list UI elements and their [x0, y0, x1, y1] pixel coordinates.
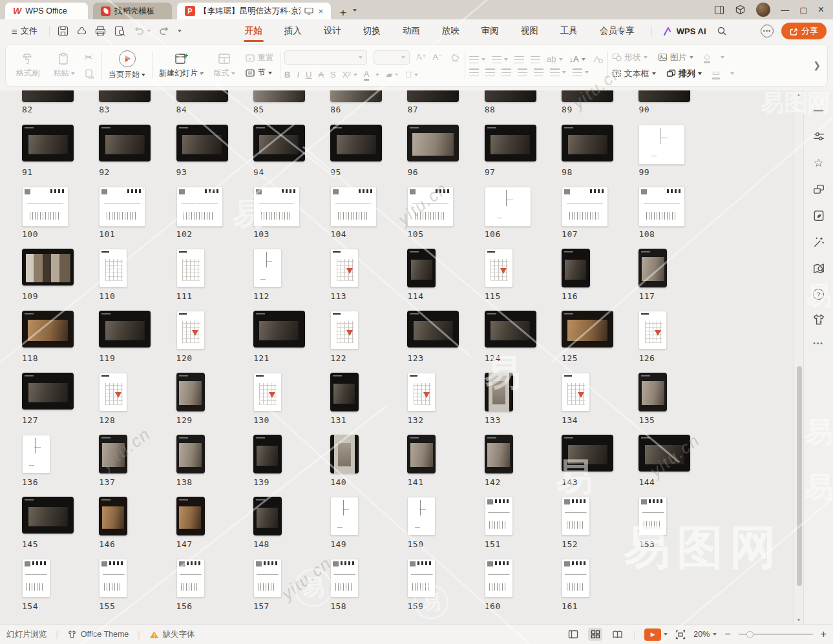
- redo-icon[interactable]: [159, 26, 169, 36]
- clear-format-icon[interactable]: [449, 53, 461, 62]
- slide-thumbnail-150[interactable]: [407, 497, 436, 535]
- close-window-icon[interactable]: ×: [818, 4, 824, 16]
- slide-thumbnail-123[interactable]: [407, 311, 459, 348]
- slide-thumbnail-110[interactable]: [99, 249, 127, 287]
- fill-color-button[interactable]: ◇: [704, 52, 710, 63]
- help-icon[interactable]: ?: [813, 289, 824, 300]
- slide-thumbnail-115[interactable]: [485, 249, 513, 287]
- underline-button[interactable]: U: [306, 70, 311, 79]
- char-border-button[interactable]: A: [318, 70, 324, 79]
- slide-thumbnail-106[interactable]: [485, 187, 531, 227]
- format-painter-button[interactable]: 格式刷: [12, 52, 43, 79]
- slide-layout-button[interactable]: 版式: [209, 52, 240, 79]
- slide-thumbnail-116[interactable]: [562, 249, 590, 287]
- decrease-indent-icon[interactable]: [514, 56, 524, 63]
- font-color-button[interactable]: A: [364, 69, 370, 81]
- properties-sliders-icon[interactable]: [812, 130, 825, 143]
- fit-screen-icon[interactable]: [675, 630, 686, 639]
- zoom-level-control[interactable]: 20%: [693, 630, 717, 639]
- skin-shirt-icon[interactable]: [812, 313, 825, 326]
- slide-thumbnail-128[interactable]: [99, 373, 127, 411]
- close-tab-icon[interactable]: ×: [318, 6, 323, 16]
- slide-thumbnail-122[interactable]: [330, 311, 359, 349]
- slide-thumbnail-151[interactable]: [485, 497, 513, 535]
- slide-thumbnail-98[interactable]: [562, 125, 613, 161]
- vertical-scrollbar[interactable]: ▲ ▼: [794, 90, 803, 624]
- slide-thumbnail-131[interactable]: [330, 373, 359, 411]
- align-center-icon[interactable]: [485, 68, 495, 76]
- decrease-font-button[interactable]: A⁻: [433, 52, 443, 62]
- insert-picture-button[interactable]: 图片: [658, 52, 693, 63]
- zoom-slider[interactable]: [739, 634, 813, 635]
- feedback-icon[interactable]: •••: [761, 25, 774, 37]
- slide-thumbnail-120[interactable]: [176, 311, 205, 349]
- slide-sorter-canvas[interactable]: 8283848586878889909192939495969798991001…: [0, 90, 803, 624]
- slide-thumbnail-90[interactable]: [638, 90, 690, 102]
- slide-thumbnail-142[interactable]: [485, 435, 513, 473]
- numbered-list-button[interactable]: [492, 56, 508, 63]
- pinyin-guide-button[interactable]: 文̄: [405, 70, 418, 79]
- more-tools-icon[interactable]: •••: [813, 340, 824, 347]
- slide-thumbnail-147[interactable]: [176, 497, 205, 535]
- slide-thumbnail-133[interactable]: [485, 373, 513, 411]
- slide-thumbnail-104[interactable]: [330, 187, 377, 227]
- undo-button[interactable]: [134, 26, 151, 36]
- slide-thumbnail-103[interactable]: [253, 187, 300, 227]
- slide-thumbnail-113[interactable]: [330, 249, 359, 287]
- tab-wps-office[interactable]: W WPS Office: [5, 3, 88, 19]
- slide-thumbnail-161[interactable]: [562, 559, 590, 597]
- superscript-button[interactable]: X²: [343, 70, 357, 79]
- slide-thumbnail-136[interactable]: [22, 435, 50, 473]
- slide-thumbnail-138[interactable]: [176, 435, 205, 473]
- line-spacing-button[interactable]: [550, 68, 566, 76]
- favorites-star-icon[interactable]: ☆: [812, 156, 825, 169]
- paragraph-spacing-button[interactable]: [573, 68, 589, 76]
- bullet-list-button[interactable]: [469, 56, 485, 63]
- slide-thumbnail-119[interactable]: [99, 311, 151, 348]
- slide-thumbnail-96[interactable]: [407, 125, 459, 161]
- slide-thumbnail-158[interactable]: [330, 559, 359, 597]
- distribute-icon[interactable]: [534, 68, 543, 76]
- docer-resources-icon[interactable]: [812, 209, 825, 222]
- missing-fonts-button[interactable]: 缺失字体: [149, 629, 195, 640]
- slide-thumbnail-134[interactable]: [562, 373, 590, 411]
- collapse-sidebar-icon[interactable]: —: [812, 103, 825, 116]
- minimize-window-icon[interactable]: —: [781, 5, 789, 15]
- tab-document[interactable]: P 【李玮琚】昆明信达万科·京江 ×: [177, 3, 331, 19]
- slide-thumbnail-97[interactable]: [485, 125, 536, 161]
- menu-tab-tools[interactable]: 工具: [559, 21, 579, 41]
- align-left-icon[interactable]: [469, 68, 479, 76]
- qat-more-dropdown-icon[interactable]: [178, 30, 182, 32]
- paste-button[interactable]: 粘贴: [48, 52, 79, 79]
- slide-thumbnail-126[interactable]: [638, 311, 667, 349]
- menu-tab-home[interactable]: 开始: [244, 21, 264, 41]
- slide-thumbnail-107[interactable]: [562, 187, 608, 227]
- zoom-in-button[interactable]: +: [821, 628, 827, 640]
- align-right-icon[interactable]: [501, 68, 511, 76]
- normal-view-button[interactable]: [566, 628, 580, 641]
- slide-thumbnail-137[interactable]: [99, 435, 127, 473]
- slide-thumbnail-91[interactable]: [22, 125, 74, 161]
- slide-thumbnail-140[interactable]: [330, 435, 359, 473]
- slide-thumbnail-152[interactable]: [562, 497, 590, 535]
- menu-tab-animation[interactable]: 动画: [401, 21, 421, 41]
- copy-button[interactable]: [85, 68, 95, 79]
- slide-thumbnail-94[interactable]: [253, 125, 305, 161]
- slide-thumbnail-105[interactable]: [407, 187, 454, 227]
- slide-thumbnail-114[interactable]: [407, 249, 436, 287]
- slide-thumbnail-101[interactable]: [99, 187, 145, 227]
- wps-ai-button[interactable]: WPS AI: [651, 26, 706, 36]
- export-icon[interactable]: [77, 26, 87, 36]
- slide-thumbnail-125[interactable]: [562, 311, 613, 348]
- increase-font-button[interactable]: A⁺: [416, 52, 427, 62]
- search-icon[interactable]: [717, 26, 727, 36]
- slide-thumbnail-92[interactable]: [99, 125, 151, 161]
- reading-view-button[interactable]: [610, 628, 624, 641]
- menu-tab-design[interactable]: 设计: [322, 21, 343, 41]
- cut-button[interactable]: ✂: [85, 52, 95, 63]
- text-tool-icon[interactable]: [592, 55, 604, 64]
- split-window-icon[interactable]: [714, 5, 724, 15]
- slide-thumbnail-143[interactable]: [562, 435, 613, 472]
- insert-shape-button[interactable]: 形状: [612, 52, 648, 63]
- section-button[interactable]: 节: [245, 67, 273, 78]
